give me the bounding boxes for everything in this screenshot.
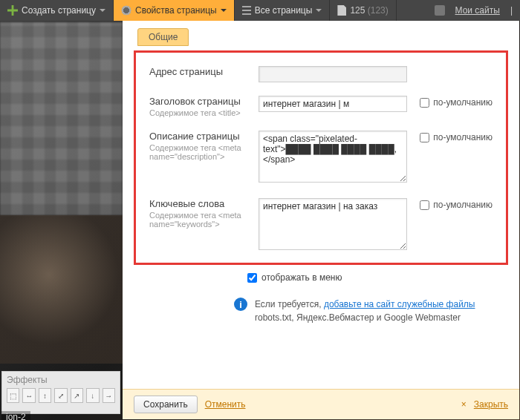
keywords-default-label: по-умолчанию (433, 200, 493, 210)
effect-arrows-v-icon[interactable]: ↕ (39, 388, 51, 403)
cancel-link[interactable]: Отменить (205, 399, 246, 410)
show-in-menu-checkbox[interactable] (247, 273, 257, 283)
description-textarea[interactable]: <span class="pixelated-text">████ ████ █… (259, 131, 407, 183)
keywords-default-checkbox[interactable] (420, 200, 429, 210)
effect-expand-icon[interactable]: ⤢ (54, 388, 67, 403)
top-toolbar: Создать страницу Свойства страницы Все с… (0, 0, 520, 21)
info-line2: robots.txt, Яндекс.Вебмастер и Google We… (255, 312, 461, 323)
keywords-sub: Содержимое тега <meta name="keywords"> (149, 211, 250, 229)
show-in-menu-label: отображать в меню (261, 272, 342, 283)
background-photo (0, 215, 123, 364)
effect-arrow-right-icon[interactable]: → (103, 388, 115, 403)
title-sub: Содержимое тега <title> (149, 108, 250, 117)
section-label: ion-2 (1, 411, 30, 420)
chevron-down-icon (316, 9, 322, 15)
page-properties-label: Свойства страницы (135, 5, 217, 16)
title-input[interactable] (259, 96, 407, 112)
page-count-dim: (123) (368, 5, 389, 16)
create-page-button[interactable]: Создать страницу (0, 0, 114, 21)
all-pages-label: Все страницы (255, 5, 313, 16)
title-default-checkbox[interactable] (420, 98, 429, 108)
description-sub: Содержимое тега <meta name="description"… (149, 143, 250, 161)
save-button[interactable]: Сохранить (134, 396, 198, 413)
info-icon: i (234, 298, 247, 311)
effects-title: Эффекты (7, 375, 115, 385)
keywords-textarea[interactable]: интернет магазин | на заказ (259, 198, 407, 250)
description-label: Описание страницы (149, 131, 250, 142)
description-default-checkbox[interactable] (420, 133, 429, 142)
info-link[interactable]: добавьте на сайт служебные файлы (324, 299, 475, 309)
page-properties-panel: Общие Адрес страницы Заголовок страницы … (123, 21, 519, 419)
effect-dashed-icon[interactable]: ⬚ (7, 388, 19, 403)
description-default-label: по-умолчанию (433, 132, 493, 142)
address-input[interactable] (259, 66, 407, 82)
avatar (435, 5, 445, 16)
highlighted-form-area: Адрес страницы Заголовок страницы Содерж… (134, 50, 508, 265)
modal-footer: Сохранить Отменить × Закрыть (123, 389, 519, 419)
effect-arrow-down-icon[interactable]: ↓ (86, 388, 99, 403)
title-label: Заголовок страницы (149, 96, 250, 107)
create-page-label: Создать страницу (22, 5, 96, 16)
list-icon (242, 6, 251, 15)
address-label: Адрес страницы (149, 66, 250, 77)
tab-general[interactable]: Общие (137, 28, 189, 46)
effects-panel: Эффекты ⬚ ↔ ↕ ⤢ ↗ ↓ → (1, 371, 120, 414)
chevron-down-icon (221, 9, 227, 15)
title-default-label: по-умолчанию (433, 97, 493, 108)
page-counter[interactable]: 125 (123) (330, 0, 396, 21)
my-sites-link[interactable]: Мои сайты (455, 5, 500, 16)
close-x-icon: × (461, 399, 467, 410)
page-properties-button[interactable]: Свойства страницы (114, 0, 235, 21)
info-prefix: Если требуется, (255, 299, 324, 309)
keywords-label: Ключевые слова (149, 198, 250, 209)
effect-arrows-h-icon[interactable]: ↔ (22, 388, 35, 403)
all-pages-button[interactable]: Все страницы (235, 0, 331, 21)
chevron-down-icon (100, 9, 105, 15)
page-count: 125 (350, 5, 365, 16)
toolbar-divider: | (510, 5, 513, 16)
plus-icon (7, 5, 18, 16)
effect-diag-icon[interactable]: ↗ (71, 388, 83, 403)
background-pixelated (0, 22, 123, 215)
close-link[interactable]: Закрыть (474, 399, 508, 410)
page-icon (337, 5, 346, 16)
gear-icon (121, 5, 131, 16)
